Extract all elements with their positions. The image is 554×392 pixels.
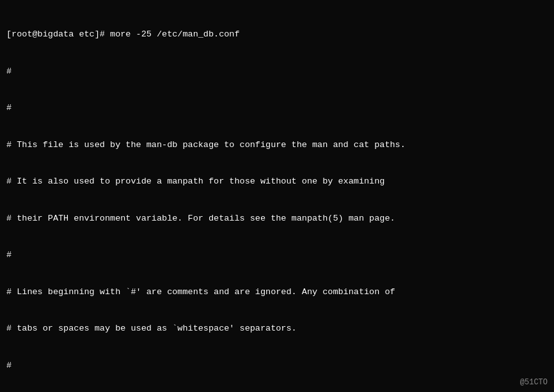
line-8: # tabs or spaces may be used as `whitesp…: [6, 322, 548, 334]
terminal-window: [root@bigdata etc]# more -25 /etc/man_db…: [0, 0, 554, 392]
line-5: # their PATH environment variable. For d…: [6, 212, 548, 224]
line-7: # Lines beginning with `#' are comments …: [6, 286, 548, 298]
line-4: # It is also used to provide a manpath f…: [6, 175, 548, 187]
terminal-content: [root@bigdata etc]# more -25 /etc/man_db…: [6, 4, 548, 392]
line-6: #: [6, 249, 548, 261]
prompt-line: [root@bigdata etc]# more -25 /etc/man_db…: [6, 28, 548, 40]
line-1: #: [6, 65, 548, 77]
line-9: #: [6, 359, 548, 372]
watermark: @51CTO: [520, 378, 548, 387]
line-3: # This file is used by the man-db packag…: [6, 139, 548, 151]
line-2: #: [6, 102, 548, 114]
